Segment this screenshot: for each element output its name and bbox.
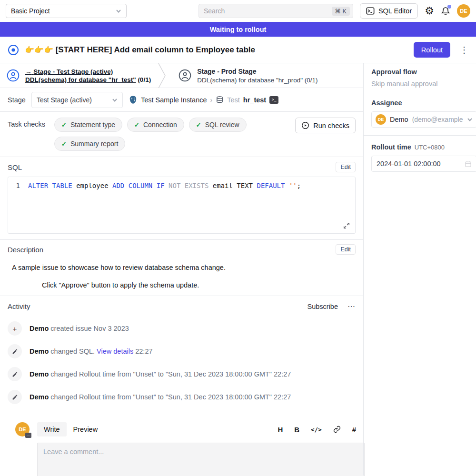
chevron-down-icon (116, 8, 121, 14)
sql-edit-button[interactable]: Edit (336, 162, 356, 172)
task-checks-label: Task checks (8, 120, 54, 151)
check-icon: ✓ (134, 121, 139, 129)
terminal-icon (366, 7, 375, 15)
subscribe-button[interactable]: Subscribe (307, 303, 338, 310)
more-actions-button[interactable]: ⋮ (460, 45, 468, 55)
stage-subtitle: DDL(schema) for database "hr_prod" (0/1) (197, 77, 317, 84)
settings-button[interactable]: ⚙ (425, 6, 434, 16)
play-circle-icon (301, 121, 309, 129)
stage-subtitle: DDL(schema) for database "hr_test" (0/1) (25, 76, 151, 83)
approval-flow-value: Skip manual approval (371, 80, 476, 88)
stage-pipeline: → Stage - Test Stage (active) DDL(schema… (0, 63, 363, 88)
stage-card-test[interactable]: → Stage - Test Stage (active) DDL(schema… (0, 63, 158, 88)
description-text: A sample issue to showcase how to review… (12, 264, 356, 271)
description-section: Description Edit A sample issue to showc… (0, 239, 363, 296)
timezone-label: UTC+0800 (415, 144, 445, 151)
sql-section: SQL Edit 1 ALTER TABLE employee ADD COLU… (0, 157, 363, 239)
rollout-button[interactable]: Rollout (414, 42, 450, 58)
expand-icon (343, 222, 350, 229)
database-icon (216, 96, 224, 104)
line-number: 1 (8, 182, 28, 189)
check-icon: ✓ (61, 140, 67, 148)
heading-button[interactable]: H (278, 426, 283, 434)
description-text: Click "Approve" button to apply the sche… (42, 281, 356, 289)
stage-select[interactable]: Test Stage (active) (31, 92, 123, 108)
activity-section: Activity Subscribe ⋯ + Demo created issu… (0, 296, 363, 476)
task-checks-section: Task checks ✓ Statement type ✓ Connectio… (0, 112, 363, 157)
rollout-time-value: 2024-01-01 02:00:00 (377, 160, 441, 168)
view-details-link[interactable]: View details (97, 347, 133, 355)
project-select[interactable]: Basic Project (6, 4, 127, 18)
stage-title: → Stage - Test Stage (active) (25, 68, 151, 75)
sidebar-divider (364, 135, 476, 136)
activity-entry: Demo changed SQL. View details 22:27 (8, 344, 356, 367)
run-checks-button[interactable]: Run checks (295, 118, 356, 133)
link-button[interactable] (333, 426, 341, 433)
instance-name[interactable]: Test Sample Instance (141, 96, 207, 104)
stage-selector-row: Stage Test Stage (active) Test Sample In… (0, 88, 363, 112)
check-pills: ✓ Statement type ✓ Connection ✓ SQL revi… (54, 118, 259, 151)
chevron-down-icon (112, 97, 118, 103)
comment-tabs: Write Preview H B </> # (37, 422, 365, 436)
activity-entry: Demo changed Rollout time from "Unset" t… (8, 367, 356, 390)
breadcrumb-chevron-icon: › (210, 96, 213, 104)
activity-label: Activity (8, 302, 30, 310)
sql-editor-label: SQL Editor (378, 7, 412, 15)
chevron-down-icon (467, 117, 473, 122)
tab-preview[interactable]: Preview (67, 422, 105, 436)
bold-button[interactable]: B (294, 426, 299, 434)
search-box[interactable]: ⌘ K (198, 4, 353, 18)
assignee-select[interactable]: DE Demo (demo@example (371, 111, 476, 128)
gear-icon: ⚙ (425, 6, 434, 16)
issue-header: 👉👉👉 [START HERE] Add email column to Emp… (0, 37, 476, 63)
stage-select-value: Test Stage (active) (37, 96, 92, 104)
assignee-label: Assignee (371, 99, 476, 107)
activity-entry: + Demo created issue Nov 3 2023 (8, 321, 356, 344)
hash-button[interactable]: # (352, 426, 356, 434)
open-in-sql-editor-icon[interactable]: >_ (269, 96, 278, 104)
comment-composer: DE ··· Write Preview H B </> (8, 404, 356, 476)
stage-separator (158, 63, 167, 88)
check-pill-sql-review[interactable]: ✓ SQL review (189, 118, 247, 132)
assignee-avatar: DE (376, 114, 386, 125)
comment-input[interactable] (37, 443, 365, 476)
search-shortcut-badge: ⌘ K (332, 7, 350, 16)
assignee-name: Demo (390, 116, 408, 123)
stage-label: Stage (8, 96, 26, 104)
project-select-value: Basic Project (11, 7, 50, 15)
sql-code-line: 1 ALTER TABLE employee ADD COLUMN IF NOT… (8, 182, 355, 189)
code-button[interactable]: </> (311, 426, 322, 433)
postgresql-icon (129, 95, 138, 104)
issue-title: 👉👉👉 [START HERE] Add email column to Emp… (25, 45, 255, 55)
check-pill-statement-type[interactable]: ✓ Statement type (54, 118, 122, 132)
activity-more-button[interactable]: ⋯ (347, 302, 356, 311)
activity-entry: Demo changed Rollout time from "Unset" t… (8, 390, 356, 404)
sql-label: SQL (8, 163, 22, 171)
status-banner: Waiting to rollout (0, 22, 476, 37)
stage-card-prod[interactable]: Stage - Prod Stage DDL(schema) for datab… (167, 63, 324, 88)
search-input[interactable] (204, 7, 332, 15)
database-breadcrumb: Test Sample Instance › Test hr_test >_ (129, 95, 278, 104)
link-icon (333, 426, 341, 433)
description-edit-button[interactable]: Edit (336, 244, 356, 255)
top-bar: Basic Project ⌘ K SQL Editor ⚙ DE (0, 0, 476, 22)
stage-person-icon (178, 69, 191, 82)
status-banner-text: Waiting to rollout (210, 26, 267, 33)
pencil-icon (8, 344, 22, 358)
database-name[interactable]: hr_test (243, 96, 266, 104)
user-avatar[interactable]: DE (457, 4, 470, 18)
activity-timeline: + Demo created issue Nov 3 2023 Demo cha… (8, 321, 356, 404)
assignee-email: (demo@example (412, 116, 463, 123)
check-pill-connection[interactable]: ✓ Connection (127, 118, 184, 132)
sql-editor-button[interactable]: SQL Editor (360, 3, 418, 19)
sql-editor[interactable]: 1 ALTER TABLE employee ADD COLUMN IF NOT… (8, 177, 356, 234)
pencil-icon (8, 367, 22, 381)
rollout-time-input[interactable]: 2024-01-01 02:00:00 (371, 156, 476, 172)
expand-button[interactable] (343, 222, 350, 229)
check-pill-summary-report[interactable]: ✓ Summary report (54, 137, 125, 151)
description-label: Description (8, 246, 43, 254)
pencil-icon (8, 390, 22, 404)
check-icon: ✓ (196, 121, 201, 129)
tab-write[interactable]: Write (37, 422, 67, 436)
notifications-button[interactable] (441, 6, 450, 16)
